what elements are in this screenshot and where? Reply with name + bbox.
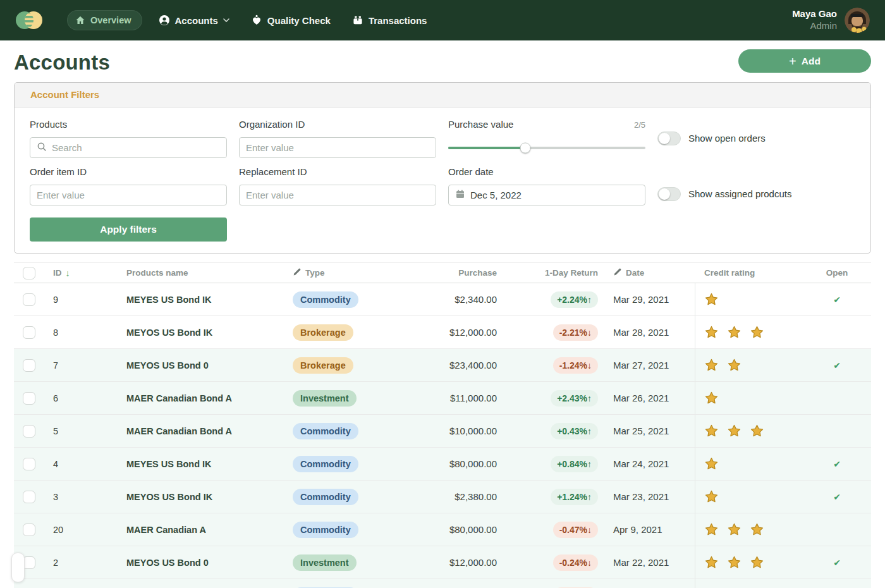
avatar[interactable] xyxy=(845,8,870,33)
column-header-type[interactable]: Type xyxy=(293,267,325,278)
toggle-assigned-products-row: Show assigned prodcuts xyxy=(657,183,855,204)
cell-purchase: $12,000.00 xyxy=(436,557,497,568)
star-icon xyxy=(727,358,742,372)
filter-purchase-value: Purchase value 2/5 xyxy=(448,119,645,158)
type-badge[interactable]: Commodity xyxy=(293,291,358,308)
row-checkbox[interactable] xyxy=(23,392,35,405)
type-badge[interactable]: Commodity xyxy=(293,423,358,439)
type-badge[interactable]: Investment xyxy=(293,554,357,571)
table-row: 20MAER Canadian ACommodity$80,000.00-0.4… xyxy=(14,513,871,546)
cell-open: ✔ xyxy=(803,558,871,568)
heart-icon xyxy=(251,15,262,26)
add-button[interactable]: + Add xyxy=(738,49,871,73)
filters-header[interactable]: Account Filters xyxy=(15,83,870,107)
credit-rating-stars[interactable] xyxy=(695,489,803,504)
credit-rating-stars[interactable] xyxy=(695,358,803,372)
search-input[interactable] xyxy=(52,142,220,153)
type-badge[interactable]: Investment xyxy=(293,390,357,407)
organization-id-input[interactable] xyxy=(246,142,429,153)
star-icon xyxy=(750,424,764,438)
open-check-icon: ✔ xyxy=(833,492,841,502)
credit-rating-stars[interactable] xyxy=(695,391,803,405)
table-row: 3MEYOS US Bond IKCommodity$2,380.00+1.24… xyxy=(14,481,871,513)
organization-id-field[interactable] xyxy=(239,137,436,158)
column-header-1-day-return[interactable]: 1-Day Return xyxy=(545,268,598,278)
column-header-products-name[interactable]: Products name xyxy=(126,268,188,278)
star-icon xyxy=(704,522,719,537)
show-open-orders-toggle[interactable] xyxy=(657,132,681,145)
type-badge[interactable]: Commodity xyxy=(293,522,358,538)
order-item-id-field[interactable] xyxy=(30,185,227,205)
slider-track[interactable] xyxy=(448,147,645,149)
row-checkbox[interactable] xyxy=(23,293,35,306)
cell-date[interactable]: Apr 1, 2021 xyxy=(598,579,695,588)
column-header-credit-rating[interactable]: Credit rating xyxy=(704,268,755,278)
user-info: Maya Gao Admin xyxy=(792,8,837,32)
nav-item-quality-check[interactable]: Quality Check xyxy=(251,15,331,26)
type-badge[interactable]: Commodity xyxy=(293,456,358,472)
cell-product-name: MEYOS US Bond IK xyxy=(126,328,293,338)
nav-item-overview[interactable]: Overview xyxy=(67,10,142,30)
nav-item-accounts[interactable]: Accounts xyxy=(159,15,229,26)
show-assigned-products-toggle[interactable] xyxy=(657,187,681,201)
toggle-label: Show open orders xyxy=(688,133,766,144)
products-search-field[interactable] xyxy=(30,137,227,158)
column-header-id[interactable]: ID ↓ xyxy=(53,268,70,278)
cell-purchase: $2,380.00 xyxy=(436,491,497,502)
cell-date[interactable]: Mar 26, 2021 xyxy=(598,382,695,414)
cell-product-name: MAER Canadian Bond A xyxy=(126,393,293,403)
row-checkbox[interactable] xyxy=(23,326,35,339)
cell-date[interactable]: Mar 27, 2021 xyxy=(598,349,695,381)
cell-date[interactable]: Mar 22, 2021 xyxy=(598,546,695,579)
apply-filters-button[interactable]: Apply filters xyxy=(30,217,227,242)
cell-date[interactable]: Apr 9, 2021 xyxy=(598,513,695,546)
user-role: Admin xyxy=(792,20,837,32)
sort-desc-icon[interactable]: ↓ xyxy=(66,268,70,278)
type-badge[interactable]: Brokerage xyxy=(293,324,353,341)
cell-id: 7 xyxy=(53,360,126,371)
cell-date[interactable]: Mar 23, 2021 xyxy=(598,481,695,513)
brand-logo-icon[interactable] xyxy=(15,9,43,32)
slider-thumb[interactable] xyxy=(520,142,530,153)
column-header-open[interactable]: Open xyxy=(826,268,848,278)
pencil-icon xyxy=(613,267,622,278)
filter-label: Products xyxy=(30,119,227,130)
filters-title: Account Filters xyxy=(30,89,99,100)
replacement-id-field[interactable] xyxy=(239,185,436,205)
cell-id: 3 xyxy=(53,492,126,502)
cell-date[interactable]: Mar 29, 2021 xyxy=(598,283,695,315)
vertical-scrollbar-thumb[interactable] xyxy=(11,553,25,582)
credit-rating-stars[interactable] xyxy=(695,522,803,537)
row-checkbox[interactable] xyxy=(23,491,35,503)
credit-rating-stars[interactable] xyxy=(695,555,803,570)
row-checkbox[interactable] xyxy=(23,425,35,438)
credit-rating-stars[interactable] xyxy=(695,424,803,438)
purchase-value-slider[interactable] xyxy=(448,137,645,158)
nav-item-transactions[interactable]: Transactions xyxy=(352,15,427,26)
cell-purchase: $80,000.00 xyxy=(436,524,497,535)
cell-date[interactable]: Mar 25, 2021 xyxy=(598,415,695,447)
open-check-icon: ✔ xyxy=(833,459,841,469)
cell-product-name: MEYES US Bond IK xyxy=(126,459,293,469)
row-checkbox[interactable] xyxy=(23,556,35,569)
table-row: 7MEYOS US Bond 0Brokerage$23,400.00-1.24… xyxy=(14,349,871,382)
order-date-field[interactable]: Dec 5, 2022 xyxy=(448,185,645,205)
credit-rating-stars[interactable] xyxy=(695,456,803,471)
row-checkbox[interactable] xyxy=(23,524,35,536)
type-badge[interactable]: Brokerage xyxy=(293,357,353,374)
replacement-id-input[interactable] xyxy=(246,190,429,200)
row-checkbox[interactable] xyxy=(23,458,35,470)
credit-rating-stars[interactable] xyxy=(695,292,803,307)
row-checkbox[interactable] xyxy=(23,359,35,372)
shop-icon xyxy=(352,15,363,26)
type-badge[interactable]: Commodity xyxy=(293,489,358,505)
order-date-value: Dec 5, 2022 xyxy=(470,190,522,200)
select-all-checkbox[interactable] xyxy=(23,267,35,279)
column-header-purchase[interactable]: Purchase xyxy=(458,268,497,278)
table-row: 5MAER Canadian Bond ACommodity$10,000.00… xyxy=(14,415,871,448)
credit-rating-stars[interactable] xyxy=(695,325,803,340)
cell-date[interactable]: Mar 24, 2021 xyxy=(598,448,695,480)
order-item-id-input[interactable] xyxy=(37,190,220,200)
column-header-date[interactable]: Date xyxy=(613,267,644,278)
cell-date[interactable]: Mar 28, 2021 xyxy=(598,316,695,348)
